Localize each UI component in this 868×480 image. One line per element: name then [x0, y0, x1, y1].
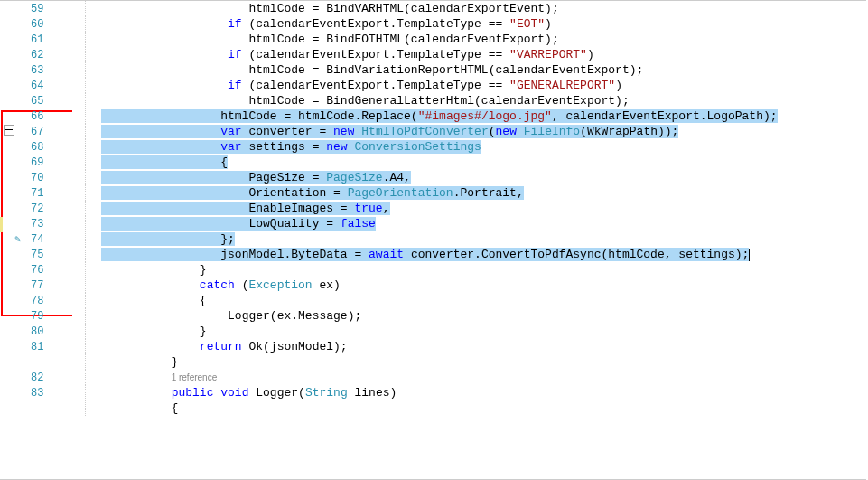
kw-if: if [228, 79, 242, 92]
line-number: 74 [31, 232, 43, 248]
kw-if: if [228, 48, 242, 61]
line-number: 72 [31, 202, 43, 217]
line-number: 79 [31, 309, 43, 325]
line-number: 62 [31, 48, 43, 63]
type-ref: FileInfo [524, 125, 580, 138]
text-caret [749, 249, 750, 261]
kw-return: return [200, 340, 242, 353]
pencil-icon: ✎ [14, 232, 21, 248]
type-ref: Exception [248, 278, 312, 292]
line-number: 76 [31, 263, 43, 278]
line-number: 59 [31, 2, 43, 17]
line-number: 61 [31, 33, 43, 48]
line-number: 71 [31, 186, 43, 202]
line-number: 60 [31, 17, 43, 33]
change-marker [0, 217, 3, 232]
kw-new: new [326, 140, 347, 154]
kw-void: void [220, 386, 248, 400]
string-literal: "GENERALREPORT" [509, 79, 615, 92]
line-number: 77 [31, 278, 43, 294]
line-number: 73 [31, 217, 43, 232]
line-gutter: 59 60 61 62 63 64 65 66 67 68 69 70 71 7… [0, 1, 72, 479]
string-literal: "VARREPORT" [509, 48, 587, 61]
kw-new: new [333, 125, 354, 138]
collapse-icon[interactable] [4, 125, 14, 140]
line-number: 81 [31, 340, 43, 355]
code-pane[interactable]: htmlCode = BindVARHTML(calendarExportEve… [72, 1, 866, 479]
type-ref: HtmlToPdfConverter [361, 125, 488, 138]
line-number: 82 [31, 371, 43, 386]
line-number: 75 [31, 248, 43, 263]
code-editor[interactable]: 59 60 61 62 63 64 65 66 67 68 69 70 71 7… [0, 0, 866, 480]
kw-await: await [369, 248, 404, 261]
codelens-references[interactable]: 1 reference [172, 370, 218, 385]
line-number: 69 [31, 155, 43, 171]
line-number: 78 [31, 294, 43, 309]
kw-true: true [354, 202, 382, 215]
kw-public: public [172, 386, 214, 400]
line-number: 66 [31, 109, 43, 125]
line-number: 64 [31, 79, 43, 94]
line-number: 67 [31, 125, 43, 140]
line-number: 80 [31, 325, 43, 340]
kw-false: false [341, 217, 376, 231]
line-number: 68 [31, 140, 43, 155]
line-number: 63 [31, 63, 43, 79]
kw-new: new [496, 125, 517, 138]
line-number: 70 [31, 171, 43, 186]
type-ref: ConversionSettings [354, 140, 481, 154]
kw-var: var [220, 140, 241, 154]
type-ref: PageSize [326, 171, 382, 184]
line-number: 83 [31, 386, 43, 401]
string-literal: "#images#/logo.jpg" [418, 109, 552, 123]
line-number: 65 [31, 94, 43, 109]
type-ref: PageOrientation [348, 186, 453, 200]
kw-catch: catch [200, 278, 235, 292]
string-literal: "EOT" [509, 17, 545, 31]
kw-if: if [228, 17, 242, 31]
kw-var: var [220, 125, 241, 138]
type-ref: String [305, 386, 348, 400]
